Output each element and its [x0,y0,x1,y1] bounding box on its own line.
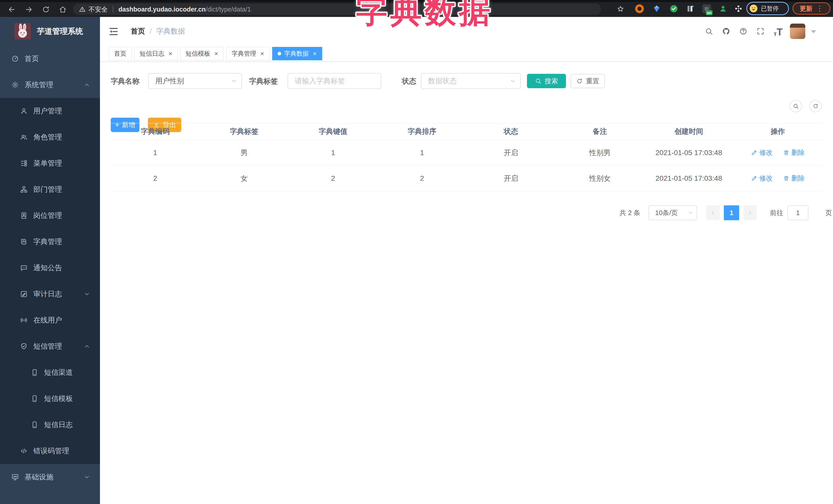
dict-name-select[interactable]: 用户性别 [148,73,242,89]
phone-icon [31,369,39,376]
bookmark-star-icon[interactable] [616,5,625,13]
extension-orange-icon[interactable] [635,4,644,13]
cell-code: 1 [111,149,200,157]
extensions-puzzle-icon[interactable] [734,4,743,13]
cell-sort: 2 [378,174,467,183]
sidebar-item-role-mgmt[interactable]: 角色管理 [0,124,100,150]
sidebar-item-home[interactable]: 首页 [0,46,100,72]
tab-sms-template[interactable]: 短信模板× [180,47,223,60]
close-icon[interactable]: × [214,50,218,57]
extension-columns-icon[interactable] [686,4,695,13]
org-icon [20,186,28,193]
phone-icon [31,395,39,403]
search-button[interactable]: 搜索 [527,74,566,88]
sidebar-item-sms-template[interactable]: 短信模板 [0,386,100,412]
goto-label: 前往 [770,209,783,217]
sidebar-item-dict-mgmt[interactable]: 字典管理 [0,229,100,255]
sidebar-item-label: 错误码管理 [33,446,69,456]
browser-profile-chip[interactable]: 已暂停 [746,2,789,15]
cell-remark: 性别男 [555,148,644,158]
sidebar-item-user-mgmt[interactable]: 用户管理 [0,98,100,124]
chevron-down-icon [84,474,90,480]
reload-icon[interactable] [42,5,50,14]
sidebar-collapse-icon[interactable] [108,26,119,37]
url-bar[interactable]: 不安全 dashboard.yudao.iocoder.cn /dict/typ… [73,4,601,15]
extension-switch-icon[interactable]: on [702,4,711,13]
tab-dict-type[interactable]: 字典管理× [226,47,269,60]
header-search-icon[interactable] [705,27,713,35]
sidebar-item-infra[interactable]: 基础设施 [0,464,100,490]
breadcrumb-home[interactable]: 首页 [131,26,145,36]
cell-label: 男 [200,148,289,158]
toggle-search-button[interactable] [790,100,802,112]
refresh-icon [812,103,819,109]
sidebar-item-online-users[interactable]: 在线用户 [0,307,100,333]
prev-page-button[interactable] [706,205,720,220]
kebab-menu-icon[interactable]: ⋮ [816,5,823,12]
online-icon [20,316,28,324]
chevron-right-icon [747,210,753,216]
cell-code: 2 [111,174,200,183]
tab-dict-data[interactable]: 字典数据× [272,47,322,60]
dict-tag-input[interactable] [288,74,381,89]
page-size-select[interactable]: 10条/页 [648,205,697,220]
url-path: /dict/type/data/1 [206,6,251,13]
refresh-table-button[interactable] [809,100,822,112]
avatar-caret-down-icon[interactable] [811,30,816,33]
browser-update-button[interactable]: 更新 ⋮ [792,2,830,15]
sidebar-item-menu-mgmt[interactable]: 菜单管理 [0,150,100,176]
close-icon[interactable]: × [313,50,317,57]
sidebar-item-sms-channel[interactable]: 短信渠道 [0,359,100,386]
sidebar-item-label: 字典管理 [33,237,62,247]
page-number-button[interactable]: 1 [724,205,739,220]
close-icon[interactable]: × [260,50,264,57]
delete-link[interactable]: 删除 [783,148,805,157]
sidebar-item-sms-log[interactable]: 短信日志 [0,412,100,438]
forward-icon[interactable] [25,5,33,14]
extension-person-icon[interactable] [719,4,728,13]
sidebar-item-dept-mgmt[interactable]: 部门管理 [0,176,100,202]
sidebar-item-audit-log[interactable]: 审计日志 [0,281,100,307]
tab-sms-log[interactable]: 短信日志× [134,47,177,60]
cell-created: 2021-01-05 17:03:48 [644,149,733,157]
cell-actions: 修改删除 [733,174,822,183]
edit-link[interactable]: 修改 [751,148,773,157]
chevron-up-icon [84,343,90,350]
chevron-up-icon [84,81,90,88]
extension-gem-icon[interactable] [652,4,661,13]
extension-on-badge: on [706,10,713,15]
column-header: 创建时间 [644,127,733,136]
sidebar-item-system[interactable]: 系统管理 [0,72,100,98]
status-select[interactable]: 数据状态 [421,73,521,89]
status-placeholder: 数据状态 [421,76,509,86]
home-icon[interactable] [59,5,67,14]
goto-page-input[interactable] [787,205,808,220]
tab-home[interactable]: 首页 [109,47,132,60]
close-icon[interactable]: × [168,50,172,57]
delete-link[interactable]: 删除 [783,174,805,183]
user-avatar[interactable] [790,24,805,39]
cell-remark: 性别女 [555,173,644,183]
cell-created: 2021-01-05 17:03:48 [644,174,733,183]
sidebar-item-label: 短信渠道 [44,368,73,377]
sidebar-logo-row[interactable]: 芋道管理系统 [0,17,100,46]
edit-link[interactable]: 修改 [751,174,773,183]
sidebar-item-notice[interactable]: 通知公告 [0,255,100,281]
security-label[interactable]: 不安全 [89,5,108,14]
refresh-icon [576,78,583,85]
sidebar-item-error-code[interactable]: 错误码管理 [0,438,100,464]
font-size-icon[interactable]: тT [770,27,786,37]
page-unit-label: 页 [825,209,832,217]
back-icon[interactable] [8,5,16,14]
reset-button-label: 重置 [586,77,599,86]
delete-link-label: 删除 [791,148,805,157]
next-page-button[interactable] [743,205,757,220]
extension-check-icon[interactable] [669,4,678,13]
github-icon[interactable] [722,27,730,35]
help-icon[interactable] [739,27,747,35]
reset-button[interactable]: 重置 [571,74,605,88]
sidebar-item-post-mgmt[interactable]: 岗位管理 [0,202,100,229]
sidebar-item-label: 菜单管理 [33,159,62,168]
sidebar-item-sms-mgmt[interactable]: 短信管理 [0,333,100,359]
fullscreen-icon[interactable] [756,27,765,35]
